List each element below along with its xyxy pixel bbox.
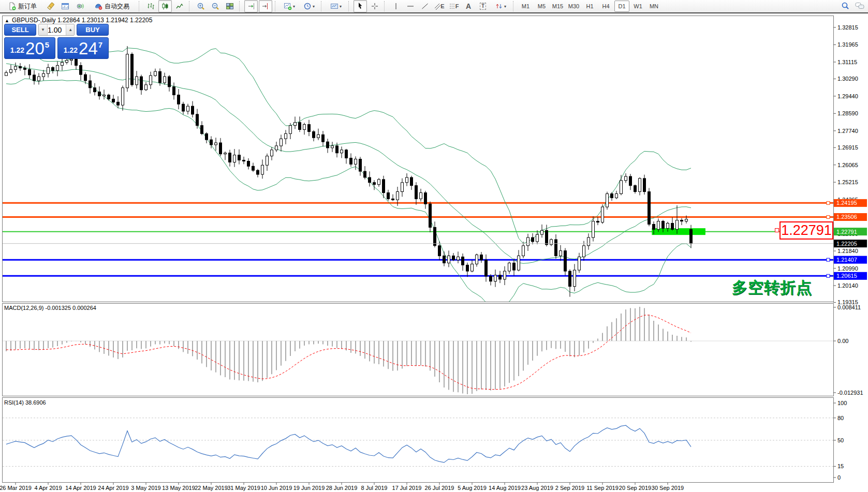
turning-point-annotation: 多空转折点 <box>732 277 812 299</box>
volume-value[interactable]: 1.00 <box>48 24 66 35</box>
svg-text:1.20990: 1.20990 <box>837 265 858 272</box>
new-order-button[interactable]: 新订单 <box>2 0 43 12</box>
crosshair-icon <box>371 2 379 10</box>
sell-button[interactable]: SELL <box>4 24 36 36</box>
zoom-in-button[interactable] <box>194 0 208 12</box>
svg-text:14 Aug 2019: 14 Aug 2019 <box>489 485 521 491</box>
svg-text:8 Jul 2019: 8 Jul 2019 <box>361 485 388 491</box>
styler-button[interactable] <box>44 0 57 12</box>
bar-chart-icon <box>146 2 155 10</box>
macd-axis: 0.0084110.00-0.012931 <box>833 304 863 396</box>
trendline-tool-button[interactable] <box>418 0 432 12</box>
volume-stepper[interactable]: ▼ 1.00 ▲ <box>38 24 75 36</box>
templates-button[interactable]: ▾ <box>326 0 346 12</box>
svg-text:-0.012931: -0.012931 <box>837 390 863 396</box>
svg-text:80: 80 <box>837 415 844 421</box>
chart-canvas[interactable]: 1.328151.319651.311151.302901.294401.285… <box>0 0 868 492</box>
styler-icon <box>47 2 55 10</box>
chart-shift-button[interactable] <box>259 0 272 12</box>
chevron-down-icon: ▾ <box>313 4 315 9</box>
svg-text:1.20140: 1.20140 <box>837 282 858 289</box>
buy-button[interactable]: BUY <box>77 24 109 36</box>
svg-text:30 Sep 2019: 30 Sep 2019 <box>652 485 684 491</box>
line-chart-icon <box>175 2 184 10</box>
svg-text:10 Jun 2019: 10 Jun 2019 <box>261 485 292 491</box>
tab-timeframe-w1[interactable]: W1 <box>630 1 645 12</box>
svg-text:50: 50 <box>837 437 844 443</box>
chevron-down-icon: ▾ <box>340 4 342 9</box>
arrows-tool-button[interactable]: ▾ <box>491 0 510 12</box>
price-axis: 1.328151.319651.311151.302901.294401.285… <box>833 24 867 305</box>
text-tool-button[interactable]: A <box>462 0 475 12</box>
text-label-tool-button[interactable]: T <box>476 0 490 12</box>
tab-timeframe-m5[interactable]: M5 <box>534 1 549 12</box>
volume-decrease-button[interactable]: ▼ <box>39 24 48 35</box>
symbol-title: ▲GBPUSD-,Daily 1.22864 1.23013 1.21942 1… <box>5 17 152 24</box>
candlestick-chart-button[interactable] <box>158 0 172 12</box>
one-click-trade-panel: SELL ▼ 1.00 ▲ BUY 1.22205 1.22247 <box>4 24 109 59</box>
buy-price-big: 24 <box>79 39 98 58</box>
zoom-in-icon <box>197 2 205 10</box>
tab-timeframe-d1[interactable]: D1 <box>614 1 629 12</box>
trendline-icon <box>421 2 429 10</box>
channel-letter: E <box>440 3 444 9</box>
search-icon[interactable] <box>841 2 850 10</box>
buy-price-int: 1.22 <box>64 46 78 54</box>
buy-price-box[interactable]: 1.22247 <box>57 37 109 59</box>
periods-button[interactable]: ▾ <box>300 0 318 12</box>
auto-scroll-button[interactable] <box>244 0 258 12</box>
zoom-out-button[interactable] <box>209 0 222 12</box>
chevron-down-icon: ▾ <box>293 4 295 9</box>
market-watch-button[interactable] <box>58 0 72 12</box>
template-icon <box>330 2 339 10</box>
volume-increase-button[interactable]: ▲ <box>66 24 75 35</box>
tab-timeframe-m1[interactable]: M1 <box>518 1 533 12</box>
tab-timeframe-h1[interactable]: H1 <box>582 1 597 12</box>
tab-timeframe-h4[interactable]: H4 <box>598 1 613 12</box>
vertical-line-tool-button[interactable] <box>389 0 403 12</box>
price-callout-box[interactable]: 1.22791 <box>779 221 833 240</box>
svg-text:11 Sep 2019: 11 Sep 2019 <box>586 485 619 491</box>
toolbar-separator <box>384 1 387 11</box>
collapse-triangle-icon[interactable]: ▲ <box>5 18 9 23</box>
zoom-out-icon <box>211 2 219 10</box>
sound-alert-button[interactable] <box>73 0 86 12</box>
chevron-down-icon: ▾ <box>504 4 506 9</box>
callout-anchor-marker[interactable] <box>775 228 779 232</box>
auto-scroll-icon <box>247 2 255 10</box>
add-indicator-button[interactable]: ▾ <box>280 0 299 12</box>
toolbar-separator <box>189 1 192 11</box>
svg-text:4 Apr 2019: 4 Apr 2019 <box>34 485 62 491</box>
svg-text:1.28590: 1.28590 <box>837 110 858 116</box>
toolbar-separator <box>139 1 141 11</box>
chat-icon[interactable] <box>855 2 865 10</box>
svg-text:1.31965: 1.31965 <box>837 41 858 48</box>
crosshair-tool-button[interactable] <box>368 0 381 12</box>
horizontal-line-icon <box>406 2 415 10</box>
sell-price-box[interactable]: 1.22205 <box>4 37 55 59</box>
tab-timeframe-m30[interactable]: M30 <box>566 1 581 12</box>
sound-icon <box>76 2 84 10</box>
bar-chart-button[interactable] <box>144 0 157 12</box>
clock-icon <box>303 2 312 10</box>
cursor-tool-button[interactable] <box>354 0 367 12</box>
fibonacci-icon <box>449 2 455 10</box>
svg-text:15: 15 <box>837 463 844 469</box>
tile-windows-button[interactable] <box>223 0 237 12</box>
toolbar-separator <box>275 1 277 11</box>
chart-area[interactable]: 1.328151.319651.311151.302901.294401.285… <box>0 0 868 492</box>
horizontal-line-tool-button[interactable] <box>404 0 417 12</box>
candlestick-chart-icon <box>161 2 169 10</box>
symbol-ohlc-text: GBPUSD-,Daily 1.22864 1.23013 1.21942 1.… <box>12 17 153 24</box>
auto-trading-button[interactable]: 自动交易 <box>87 0 136 12</box>
line-chart-button[interactable] <box>173 0 186 12</box>
tab-timeframe-mn[interactable]: MN <box>646 1 661 12</box>
svg-text:1.21840: 1.21840 <box>837 248 858 254</box>
fibonacci-tool-button[interactable]: F <box>447 0 461 12</box>
equidistant-channel-tool-button[interactable]: E <box>433 0 446 12</box>
svg-text:1.26915: 1.26915 <box>837 144 858 151</box>
add-indicator-icon <box>284 2 292 10</box>
svg-text:22 May 2019: 22 May 2019 <box>195 485 228 491</box>
tile-windows-icon <box>226 2 234 10</box>
tab-timeframe-m15[interactable]: M15 <box>550 1 565 12</box>
